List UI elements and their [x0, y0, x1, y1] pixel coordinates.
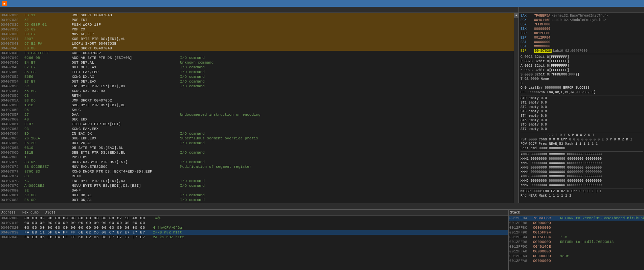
disasm-row[interactable]: 0040706393XCNG EAX,EBX: [0, 127, 514, 131]
disasm-row[interactable]: 0040706F1EPUSH DS: [0, 155, 514, 160]
registers-header: [519, 7, 644, 13]
disasm-row[interactable]: 0040704EE7 E7OUT 0E7,EAXI/O command: [0, 65, 514, 70]
disasm-row[interactable]: 0040703966:6B8F 01PUSH WORD 18F: [0, 22, 514, 27]
disasm-addr: 00407038: [1, 18, 24, 22]
disasm-row[interactable]: 004070816C 0DOUT 0D,ALI/O command: [0, 193, 514, 198]
disasm-row[interactable]: 0040706526:2BEASUB EBP,EDXSuperfluous se…: [0, 136, 514, 141]
disasm-row[interactable]: 004070490266 0BADD AH,BYTE PTR DS:[ESI+0…: [0, 55, 514, 60]
memory-row[interactable]: 0040700000 00 00 00 00 00 00 00 00 00 00…: [0, 216, 508, 221]
disasm-row[interactable]: 00407054E7 E7OUT 0E7,EAXI/O command: [0, 79, 514, 84]
disasm-mnem: PUSH WORD 18F: [72, 23, 180, 27]
disasm-row[interactable]: 00407061DF07FILD WORD PTR DS:[EDI]: [0, 122, 514, 127]
reg-value[interactable]: 00000000: [534, 27, 550, 31]
disasm-row[interactable]: 0040707CA4006C8E2MOVU BYTE PTR ES:[EDI],…: [0, 183, 514, 188]
disasm-row[interactable]: 004070809ESAHF: [0, 188, 514, 193]
disasm-row[interactable]: 0040703FB0 E7MOV AL,0E7: [0, 32, 514, 37]
disasm-bytes: ED: [24, 132, 72, 136]
disasm-row[interactable]: 00407059C3RETN: [0, 93, 514, 98]
memory-content[interactable]: 0040700000 00 00 00 00 00 00 00 00 00 00…: [0, 216, 508, 270]
stack-row[interactable]: 0012FF9C0040146E: [509, 244, 644, 249]
disasm-mnem: MOV EAX,E7E32509: [72, 165, 180, 169]
stack-row[interactable]: 0012FF9800000000RETURN to ntdll.76E23618: [509, 240, 644, 244]
scroll-up-btn[interactable]: ▲: [514, 13, 519, 18]
disasm-row[interactable]: 00407077876C B3XCNG DWORD PTR DS:[ECX*4+…: [0, 169, 514, 174]
efl-row: EFL 00000246 (NO,NB,E,BE,NS,PE,GE,LE): [520, 90, 643, 94]
reg-value[interactable]: 00000000: [534, 45, 550, 48]
disasm-comment: Modification of segment register: [180, 165, 251, 169]
disasm-row[interactable]: 0040707B6CINS BYTE PTR ES:[EDI],DXI/O co…: [0, 179, 514, 183]
disasm-row[interactable]: 0040705AB3 D6JMP SHORT 00407052: [0, 98, 514, 103]
disasm-row[interactable]: 0040704CE4 E7OUT 0E7,ALUnknown command: [0, 60, 514, 65]
disasm-comment: Superfluous segment override prefix: [180, 136, 258, 140]
disasm-scrollbar[interactable]: ▲ ▼: [514, 13, 518, 209]
disasm-row[interactable]: 004070566CINS BYTE PTR ES:[EDI],DXI/O co…: [0, 84, 514, 89]
disasm-row[interactable]: 0040705755 BBXCNG DX,EBX,EBX: [0, 89, 514, 93]
disasm-row[interactable]: 004070708B D6OUTS DX,BYTE PTR DS:[ESI]I/…: [0, 160, 514, 164]
memory-row[interactable]: 00407030FA EB 11 5F EA FF FF 6E 02 C6 08…: [0, 230, 508, 235]
eip-value[interactable]: 00407030: [534, 49, 552, 53]
reg-value[interactable]: 0012FF8C: [534, 31, 550, 35]
reg-value[interactable]: 0012FF94: [534, 36, 550, 40]
stack-row[interactable]: 0012FF900015FF94: [509, 230, 644, 235]
disasm-row[interactable]: 004070385FPOP EDI: [0, 18, 514, 22]
stack-comment: RETURN to ntdll.76E23618: [560, 240, 614, 244]
stack-row[interactable]: 0012FF940015FF04* #: [509, 235, 644, 240]
disasm-bytes: E7 E7: [24, 65, 72, 69]
stack-row[interactable]: 0012FFA400000000xo0r: [509, 254, 644, 258]
memory-row[interactable]: 0040702000 00 00 00 00 00 00 00 00 00 00…: [0, 225, 508, 230]
xmm-row: XMM1 00000000 00000000 00000000 00000000: [520, 157, 643, 161]
disasm-row[interactable]: 00407064EDIN EAX,DXI/O command: [0, 131, 514, 136]
disasm-row[interactable]: 0040707AC3RETN: [0, 174, 514, 179]
disasm-mnem: OUT 0D,AL: [72, 193, 180, 197]
flag-row: D: [520, 81, 643, 86]
disasm-bytes: 1E: [24, 155, 72, 159]
mem-addr: 00407020: [1, 226, 24, 230]
stack-row[interactable]: 0012FFA800000000: [509, 258, 644, 263]
stack-row[interactable]: 0012FF8C00000000: [509, 225, 644, 230]
disasm-row[interactable]: 00407052E6E6XCNG DX,AXI/O command: [0, 74, 514, 79]
memory-row[interactable]: 0040701000 00 00 00 00 00 00 00 00 00 00…: [0, 221, 508, 225]
disasm-mnem: OUT 0D,AL: [72, 198, 180, 202]
stack-row[interactable]: 0012FFA000000000: [509, 249, 644, 254]
disasm-row[interactable]: 004070604BDEC EBX: [0, 117, 514, 122]
disasm-row[interactable]: 004070413007XOR BYTE PTR DS:[EDI],AL: [0, 37, 514, 41]
disasm-row[interactable]: 00407046EB 08JMP SHORT 00407048: [0, 46, 514, 51]
stack-row[interactable]: 0012FF8800000000: [509, 221, 644, 225]
disasm-row[interactable]: 0040705C1B1BSBB BYTE PTR DS:[EBX],BL: [0, 103, 514, 108]
disasm-bytes: 66:6B8F 01: [24, 23, 72, 27]
disasm-row[interactable]: 00407072BB 0925E3E7MOV EAX,E7E32509Modif…: [0, 164, 514, 169]
stack-content[interactable]: 0012FF8476B6EF6CRETURN to kernel32.BaseT…: [509, 216, 644, 270]
disasm-row[interactable]: 0040704367:E2 FALOOPW SHORT 0040703B: [0, 41, 514, 46]
flag-row: C 0023 32bit 0[FFFFFFFF]: [520, 55, 643, 59]
st-reg-row: ST0 empty 0.0: [520, 96, 643, 100]
disasm-mnem: DAA: [72, 113, 180, 117]
disasm-row[interactable]: 0040706B0B10OR BYTE PTR DS:[EAX],BL: [0, 145, 514, 150]
disasm-row[interactable]: 0040705ED6SALC: [0, 108, 514, 112]
disasm-addr: 0040704C: [1, 61, 24, 65]
reg-name: ESP: [520, 31, 534, 35]
disasm-row[interactable]: 00407048E8 EAFFFFFFCALL 00407032: [0, 51, 514, 55]
disasm-row[interactable]: 00407069E6 20OUT 20,ALI/O command: [0, 141, 514, 145]
disasm-mnem: IN EAX,DX: [72, 132, 180, 136]
fpu-status-row: Last cmd 0000:00000000: [520, 146, 643, 151]
disasm-row[interactable]: 0040705085 E8TEST EAX,EBPI/O command: [0, 70, 514, 74]
disasm-row[interactable]: 00407036EB 11JMP SHORT 00407043: [0, 13, 514, 18]
disasm-row[interactable]: 0040705F27DAAUndocumented instruction or…: [0, 112, 514, 117]
fpu-status-row: FCW 027F Prec NEAR,53 Mask 1 1 1 1 1 1: [520, 142, 643, 146]
disasm-addr: 00407063: [1, 127, 24, 131]
reg-name: ESI: [520, 40, 534, 44]
stack-addr: 0012FFA0: [509, 249, 533, 253]
reg-value[interactable]: 7FFDF000: [534, 23, 550, 26]
disasm-addr: 00407046: [1, 46, 24, 50]
disasm-content[interactable]: 00407036EB 11JMP SHORT 00407043004070385…: [0, 13, 514, 209]
reg-value[interactable]: 00000000: [534, 40, 550, 44]
stack-row[interactable]: 0012FF8476B6EF6CRETURN to kernel32.BaseT…: [509, 216, 644, 221]
reg-value[interactable]: 7F6EEF5A: [534, 14, 550, 18]
mxcsr-row: MXCSR 00001F80 FZ 0 DZ 0 Err P U O Z D I: [520, 189, 643, 194]
reg-value[interactable]: 0040146E: [534, 18, 550, 22]
disasm-row[interactable]: 0040706D1B1BSBB BYTE PTR DS:[EBX],BLI/O …: [0, 150, 514, 155]
memory-row[interactable]: 00407040FA EB 05 E8 EA FF FF 66 02 C6 08…: [0, 235, 508, 240]
disasm-row[interactable]: 00407083E6 0DOUT 0D,ALI/O command: [0, 198, 514, 202]
disasm-row[interactable]: 0040703D66:69POP CX: [0, 27, 514, 32]
disasm-comment: Undocumented instruction or encoding: [180, 113, 261, 117]
